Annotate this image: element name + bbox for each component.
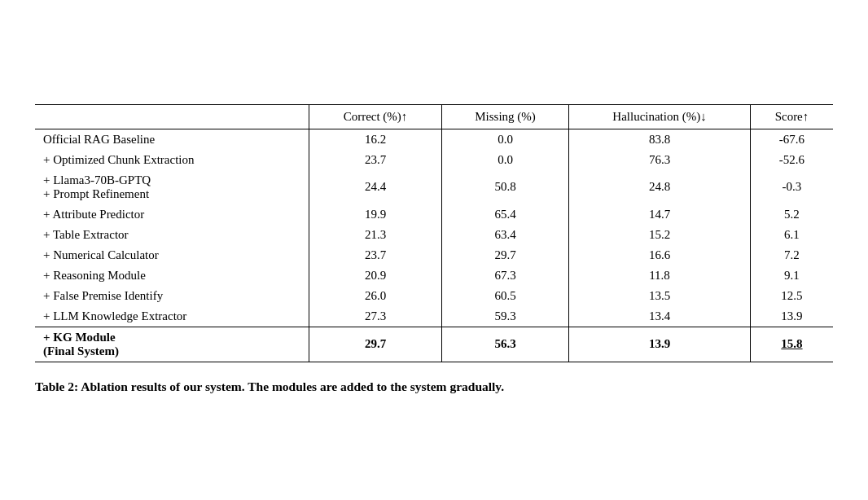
table-row: + Llama3-70B-GPTQ+ Prompt Refinement24.4… [35, 170, 833, 204]
caption-text: Table 2: Ablation results of our system.… [35, 379, 504, 393]
row-missing: 60.5 [441, 286, 568, 306]
row-method-name: + Table Extractor [35, 225, 309, 245]
table-row: + False Premise Identify26.060.513.512.5 [35, 286, 833, 306]
table-header-row: Correct (%)↑ Missing (%) Hallucination (… [35, 104, 833, 129]
final-row-correct: 29.7 [309, 327, 442, 362]
table-row: + Optimized Chunk Extraction23.70.076.3-… [35, 150, 833, 170]
row-score: 6.1 [750, 225, 833, 245]
row-missing: 65.4 [441, 204, 568, 225]
row-score: 5.2 [750, 204, 833, 225]
final-row-missing: 56.3 [441, 327, 568, 362]
row-missing: 67.3 [441, 265, 568, 286]
row-method-name: + Reasoning Module [35, 265, 309, 286]
row-missing: 29.7 [441, 245, 568, 265]
row-hallucination: 11.8 [569, 265, 751, 286]
table-row: + LLM Knowledge Extractor27.359.313.413.… [35, 306, 833, 327]
row-method-name: + Optimized Chunk Extraction [35, 150, 309, 170]
row-correct: 23.7 [309, 245, 442, 265]
header-score: Score↑ [750, 104, 833, 129]
row-score: -67.6 [750, 129, 833, 150]
table-row: + Numerical Calculator23.729.716.67.2 [35, 245, 833, 265]
row-score: 9.1 [750, 265, 833, 286]
row-correct: 19.9 [309, 204, 442, 225]
row-hallucination: 13.4 [569, 306, 751, 327]
row-method-name: + Llama3-70B-GPTQ+ Prompt Refinement [35, 170, 309, 204]
table-row: + Reasoning Module20.967.311.89.1 [35, 265, 833, 286]
row-hallucination: 24.8 [569, 170, 751, 204]
header-missing: Missing (%) [441, 104, 568, 129]
row-hallucination: 76.3 [569, 150, 751, 170]
row-hallucination: 16.6 [569, 245, 751, 265]
row-score: -0.3 [750, 170, 833, 204]
row-score: 13.9 [750, 306, 833, 327]
row-score: -52.6 [750, 150, 833, 170]
row-method-name: + Attribute Predictor [35, 204, 309, 225]
row-hallucination: 13.5 [569, 286, 751, 306]
row-correct: 20.9 [309, 265, 442, 286]
header-hallucination: Hallucination (%)↓ [569, 104, 751, 129]
row-correct: 16.2 [309, 129, 442, 150]
row-correct: 27.3 [309, 306, 442, 327]
main-container: Correct (%)↑ Missing (%) Hallucination (… [35, 104, 833, 396]
row-correct: 26.0 [309, 286, 442, 306]
row-score: 12.5 [750, 286, 833, 306]
header-method [35, 104, 309, 129]
table-row: + Attribute Predictor19.965.414.75.2 [35, 204, 833, 225]
row-correct: 24.4 [309, 170, 442, 204]
row-hallucination: 15.2 [569, 225, 751, 245]
row-hallucination: 14.7 [569, 204, 751, 225]
final-row: + KG Module(Final System)29.756.313.915.… [35, 327, 833, 362]
row-missing: 0.0 [441, 150, 568, 170]
row-correct: 21.3 [309, 225, 442, 245]
table-row: + Table Extractor21.363.415.26.1 [35, 225, 833, 245]
row-method-name: + LLM Knowledge Extractor [35, 306, 309, 327]
row-correct: 23.7 [309, 150, 442, 170]
final-row-score: 15.8 [750, 327, 833, 362]
table-caption: Table 2: Ablation results of our system.… [35, 377, 833, 396]
header-correct: Correct (%)↑ [309, 104, 442, 129]
table-row: Official RAG Baseline16.20.083.8-67.6 [35, 129, 833, 150]
row-method-name: + Numerical Calculator [35, 245, 309, 265]
row-missing: 59.3 [441, 306, 568, 327]
row-method-name: + False Premise Identify [35, 286, 309, 306]
results-table: Correct (%)↑ Missing (%) Hallucination (… [35, 104, 833, 362]
final-row-name: + KG Module(Final System) [35, 327, 309, 362]
row-score: 7.2 [750, 245, 833, 265]
row-missing: 63.4 [441, 225, 568, 245]
row-missing: 0.0 [441, 129, 568, 150]
row-missing: 50.8 [441, 170, 568, 204]
row-method-name: Official RAG Baseline [35, 129, 309, 150]
final-row-hallucination: 13.9 [569, 327, 751, 362]
row-hallucination: 83.8 [569, 129, 751, 150]
